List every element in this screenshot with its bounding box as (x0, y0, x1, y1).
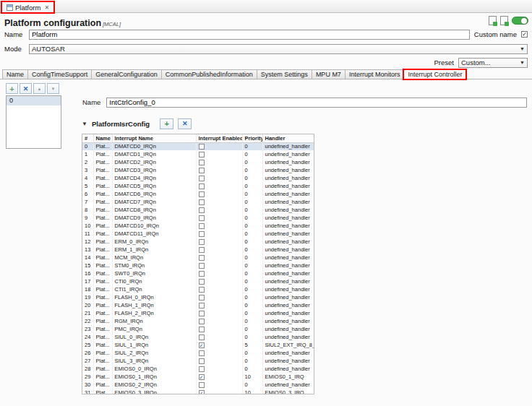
mode-select[interactable]: AUTOSAR ▼ (29, 44, 528, 54)
copy-icon[interactable] (500, 16, 508, 25)
table-row[interactable]: 2 Plat... DMATCD2_IRQn 0 undefined_handl… (82, 158, 314, 166)
table-row[interactable]: 14 Plat... MCM_IRQn 0 undefined_handler (82, 254, 314, 262)
cell-handler[interactable]: undefined_handler (262, 214, 314, 222)
table-row[interactable]: 1 Plat... DMATCD1_IRQn 0 undefined_handl… (82, 150, 314, 158)
cell-irq[interactable]: DMATCD11_IRQn (112, 230, 196, 238)
cell-name[interactable]: Plat... (93, 301, 112, 309)
cell-handler[interactable]: undefined_handler (262, 317, 314, 325)
cell-name[interactable]: Plat... (93, 150, 112, 158)
config-tab[interactable]: CommonPublishedInformation (162, 69, 257, 79)
document-icon[interactable] (489, 16, 497, 25)
cell-name[interactable]: Plat... (93, 357, 112, 365)
interrupt-enabled-checkbox[interactable] (199, 215, 205, 221)
cell-priority[interactable]: 0 (242, 222, 262, 230)
col-index[interactable]: # (82, 134, 93, 142)
table-row[interactable]: 10 Plat... DMATCD10_IRQn 0 undefined_han… (82, 222, 314, 230)
cell-name[interactable]: Plat... (93, 365, 112, 373)
cell-name[interactable]: Plat... (93, 317, 112, 325)
interrupt-enabled-checkbox[interactable] (199, 247, 205, 253)
cell-priority[interactable]: 0 (242, 174, 262, 182)
enable-toggle[interactable] (512, 17, 528, 25)
cell-irq[interactable]: DMATCD4_IRQn (112, 174, 196, 182)
table-row[interactable]: 0 Plat... DMATCD0_IRQn 0 undefined_handl… (82, 142, 314, 150)
cell-handler[interactable]: undefined_handler (262, 349, 314, 357)
cell-handler[interactable]: EMIOS0_1_IRQ (262, 373, 314, 381)
add-item-button[interactable]: + (6, 83, 18, 94)
cell-name[interactable]: Plat... (93, 262, 112, 269)
preset-select[interactable]: Custom... ▼ (458, 58, 528, 68)
cell-priority[interactable]: 0 (242, 349, 262, 357)
cell-irq[interactable]: EMIOS0_2_IRQn (112, 381, 196, 389)
cell-handler[interactable]: undefined_handler (262, 309, 314, 317)
cell-handler[interactable]: undefined_handler (262, 230, 314, 238)
cell-name[interactable]: Plat... (93, 325, 112, 333)
interrupt-enabled-checkbox[interactable] (199, 231, 205, 237)
table-row[interactable]: 27 Plat... SIUL_3_IRQn 0 undefined_handl… (82, 357, 314, 365)
cell-irq[interactable]: DMATCD6_IRQn (112, 190, 196, 198)
col-interrupt-enabled[interactable]: Interrupt Enabled (196, 134, 242, 142)
col-handler[interactable]: Handler (262, 134, 314, 142)
interrupt-enabled-checkbox[interactable] (199, 191, 205, 197)
cell-name[interactable]: Plat... (93, 277, 112, 285)
interrupt-enabled-checkbox[interactable] (199, 279, 205, 285)
cell-priority[interactable]: 0 (242, 381, 262, 389)
interrupt-enabled-checkbox[interactable] (199, 263, 205, 269)
detail-name-input[interactable] (106, 98, 527, 108)
cell-handler[interactable]: undefined_handler (262, 206, 314, 214)
cell-irq[interactable]: SIUL_1_IRQn (112, 341, 196, 349)
cell-handler[interactable]: undefined_handler (262, 190, 314, 198)
cell-priority[interactable]: 0 (242, 293, 262, 301)
cell-irq[interactable]: DMATCD0_IRQn (112, 142, 196, 150)
cell-priority[interactable]: 0 (242, 262, 262, 269)
cell-name[interactable]: Plat... (93, 285, 112, 293)
table-row[interactable]: 31 Plat... EMIOS0_3_IRQn ✓ 10 EMIOS0_3_I… (82, 389, 314, 394)
cell-priority[interactable]: 0 (242, 285, 262, 293)
cell-name[interactable]: Plat... (93, 349, 112, 357)
cell-irq[interactable]: ERM_1_IRQn (112, 246, 196, 254)
cell-name[interactable]: Plat... (93, 190, 112, 198)
cell-name[interactable]: Plat... (93, 341, 112, 349)
interrupt-enabled-checkbox[interactable] (199, 152, 205, 157)
custom-name-checkbox[interactable]: ✓ (521, 31, 528, 38)
cell-irq[interactable]: SIUL_0_IRQn (112, 333, 196, 341)
table-row[interactable]: 22 Plat... RGM_IRQn 0 undefined_handler (82, 317, 314, 325)
cell-name[interactable]: Plat... (93, 381, 112, 389)
cell-irq[interactable]: DMATCD5_IRQn (112, 182, 196, 190)
cell-handler[interactable]: undefined_handler (262, 254, 314, 262)
cell-irq[interactable]: SIUL_2_IRQn (112, 349, 196, 357)
cell-handler[interactable]: undefined_handler (262, 293, 314, 301)
config-tab[interactable]: Interrupt Controller (404, 69, 466, 79)
cell-name[interactable]: Plat... (93, 389, 112, 394)
col-priority[interactable]: Priority (242, 134, 262, 142)
cell-irq[interactable]: DMATCD10_IRQn (112, 222, 196, 230)
interrupt-enabled-checkbox[interactable] (199, 287, 205, 293)
cell-handler[interactable]: undefined_handler (262, 381, 314, 389)
table-row[interactable]: 16 Plat... SWT0_IRQn 0 undefined_handler (82, 269, 314, 277)
table-row[interactable]: 9 Plat... DMATCD9_IRQn 0 undefined_handl… (82, 214, 314, 222)
cell-priority[interactable]: 0 (242, 158, 262, 166)
cell-name[interactable]: Plat... (93, 174, 112, 182)
cell-name[interactable]: Plat... (93, 206, 112, 214)
cell-irq[interactable]: CTI0_IRQn (112, 277, 196, 285)
cell-handler[interactable]: undefined_handler (262, 238, 314, 246)
interrupt-enabled-checkbox[interactable] (199, 327, 205, 332)
table-row[interactable]: 13 Plat... ERM_1_IRQn 0 undefined_handle… (82, 246, 314, 254)
cell-irq[interactable]: CTI1_IRQn (112, 285, 196, 293)
cell-handler[interactable]: EMIOS0_3_IRQ (262, 389, 314, 394)
cell-priority[interactable]: 0 (242, 190, 262, 198)
col-name[interactable]: Name (93, 134, 112, 142)
cell-irq[interactable]: DMATCD7_IRQn (112, 198, 196, 206)
cell-irq[interactable]: FLASH_2_IRQn (112, 309, 196, 317)
remove-item-button[interactable]: ✕ (20, 83, 32, 94)
cell-priority[interactable]: 10 (242, 373, 262, 381)
interrupt-enabled-checkbox[interactable]: ✓ (199, 390, 205, 394)
interrupt-enabled-checkbox[interactable] (199, 183, 205, 189)
interrupt-enabled-checkbox[interactable] (199, 319, 205, 324)
cell-handler[interactable]: undefined_handler (262, 277, 314, 285)
table-row[interactable]: 6 Plat... DMATCD6_IRQn 0 undefined_handl… (82, 190, 314, 198)
interrupt-enabled-checkbox[interactable] (199, 255, 205, 261)
cell-handler[interactable]: undefined_handler (262, 325, 314, 333)
cell-priority[interactable]: 0 (242, 277, 262, 285)
add-isr-button[interactable]: + (160, 118, 173, 129)
cell-priority[interactable]: 0 (242, 238, 262, 246)
